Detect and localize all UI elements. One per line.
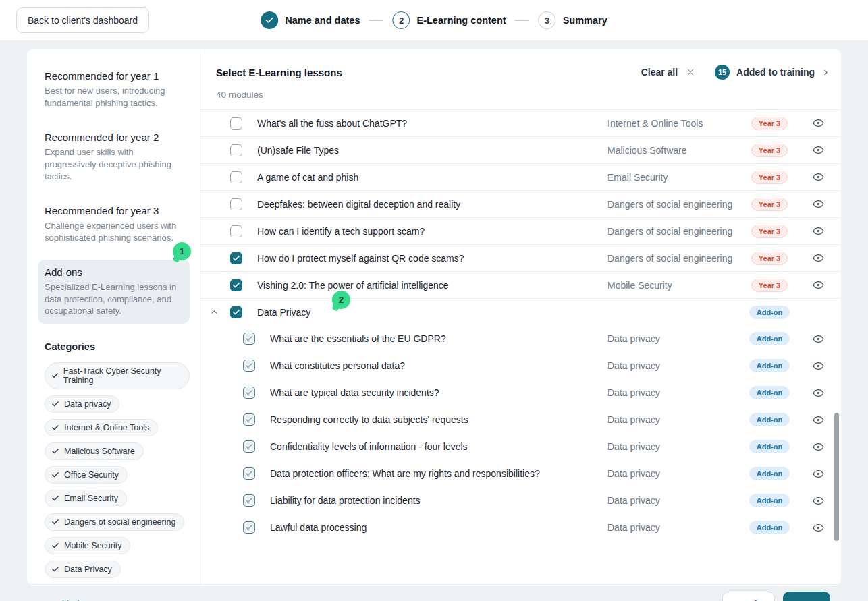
lesson-row[interactable]: Confidentiality levels of information - …: [200, 433, 841, 460]
preview-eye-icon[interactable]: [803, 252, 833, 264]
category-chip[interactable]: Malicious Software: [45, 442, 144, 460]
lesson-checkbox[interactable]: [230, 144, 242, 156]
stepper-step[interactable]: 3 Summary: [539, 11, 607, 29]
category-chip[interactable]: Email Security: [45, 490, 127, 507]
preview-eye-icon[interactable]: [803, 117, 833, 129]
preview-eye-icon[interactable]: [803, 171, 833, 183]
step-label: Summary: [563, 15, 607, 26]
check-icon: [51, 372, 59, 380]
stepper-step[interactable]: 2 E-Learning content: [393, 11, 506, 29]
category-chip-line: Data privacy: [45, 395, 190, 413]
check-icon: [51, 518, 59, 526]
lesson-category: Data privacy: [607, 468, 736, 479]
lesson-row[interactable]: Lawful data processing Data privacy Add-…: [200, 514, 841, 541]
lesson-row[interactable]: What constitutes personal data? Data pri…: [200, 352, 841, 379]
lesson-category: Data privacy: [607, 495, 736, 506]
lesson-row[interactable]: Vishing 2.0: The power of artificial int…: [200, 271, 841, 298]
lesson-checkbox[interactable]: [243, 440, 255, 453]
category-chip[interactable]: Mobile Security: [45, 537, 130, 554]
lesson-checkbox[interactable]: [230, 117, 242, 130]
added-to-training-button[interactable]: 15 Added to training: [715, 65, 830, 80]
back-button[interactable]: Back: [722, 592, 774, 601]
lesson-checkbox[interactable]: [230, 252, 242, 264]
lesson-category: Dangers of social engineering: [607, 226, 736, 237]
lesson-checkbox[interactable]: [230, 225, 242, 237]
close-icon[interactable]: [686, 68, 695, 76]
scrollbar-thumb[interactable]: [834, 413, 839, 541]
lesson-row[interactable]: Deepfakes: between digital deception and…: [200, 190, 841, 217]
preview-eye-icon[interactable]: [803, 414, 833, 426]
lesson-badge-column: Year 3: [736, 117, 803, 130]
lesson-checkbox[interactable]: [243, 387, 255, 399]
category-chip[interactable]: Internet & Online Tools: [45, 419, 158, 436]
lesson-checkbox[interactable]: [243, 333, 255, 345]
recommendation-list: Recommended for year 1 Best for new user…: [38, 63, 190, 324]
lesson-checkbox[interactable]: [243, 494, 255, 507]
lesson-title: How can I identify a tech support scam?: [257, 226, 607, 237]
sidebar-recommendation[interactable]: Add-ons Specialized E-Learning lessons i…: [38, 260, 190, 324]
lesson-row[interactable]: What's all the fuss about ChatGPT? Inter…: [200, 109, 841, 136]
step-number: 2: [399, 16, 404, 26]
preview-eye-icon[interactable]: [803, 144, 833, 156]
lesson-checkbox[interactable]: [230, 198, 242, 210]
preview-eye-icon[interactable]: [803, 333, 833, 345]
step-indicator: 3: [539, 11, 556, 29]
lesson-row[interactable]: Data Privacy Add-on 2: [200, 298, 841, 325]
lesson-checkbox[interactable]: [243, 360, 255, 372]
sidebar-recommendation[interactable]: Recommended for year 2 Expand user skill…: [38, 125, 190, 190]
preview-eye-icon[interactable]: [803, 279, 833, 291]
page-title: Select E-Learning lessons: [216, 67, 342, 78]
lesson-row[interactable]: What are typical data security incidents…: [200, 379, 841, 406]
preview-eye-icon[interactable]: [803, 387, 833, 399]
lesson-badge-column: Add-on: [736, 306, 803, 319]
preview-eye-icon[interactable]: [803, 441, 833, 453]
lesson-row[interactable]: What are the essentials of the EU GDPR? …: [200, 325, 841, 352]
lesson-checkbox[interactable]: [243, 521, 255, 534]
next-button[interactable]: Next: [783, 592, 830, 601]
stepper-step[interactable]: Name and dates: [261, 11, 360, 29]
lesson-category: Mobile Security: [607, 280, 736, 291]
stepper: Name and dates 2 E-Learning content 3 Su…: [261, 11, 607, 29]
lesson-category: Data privacy: [607, 387, 736, 398]
main-content: Select E-Learning lessons Clear all 15 A…: [200, 49, 841, 584]
lesson-row[interactable]: (Un)safe File Types Malicious Software Y…: [200, 136, 841, 163]
lesson-badge: Add-on: [749, 467, 790, 480]
category-chip[interactable]: Data Privacy: [45, 561, 121, 578]
clear-all-button[interactable]: Clear all: [641, 67, 695, 78]
category-chip[interactable]: Data privacy: [45, 395, 119, 413]
sidebar-recommendation[interactable]: Recommended for year 1 Best for new user…: [38, 63, 190, 116]
recommendation-description: Best for new users, introducing fundamen…: [45, 85, 183, 109]
preview-eye-icon[interactable]: [803, 468, 833, 480]
preview-eye-icon[interactable]: [803, 225, 833, 237]
lesson-checkbox[interactable]: [230, 279, 242, 291]
collapse-chevron-icon[interactable]: [210, 308, 230, 316]
preview-eye-icon[interactable]: [803, 360, 833, 372]
lesson-category: Email Security: [607, 172, 736, 183]
lesson-row[interactable]: Data protection officers: What are my ri…: [200, 460, 841, 487]
lesson-checkbox[interactable]: [230, 306, 242, 318]
category-chip[interactable]: Office Security: [45, 466, 128, 484]
lesson-checkbox[interactable]: [230, 171, 242, 183]
preview-eye-icon[interactable]: [803, 522, 833, 534]
lesson-row[interactable]: How can I identify a tech support scam? …: [200, 217, 841, 244]
lesson-category: Data privacy: [607, 360, 736, 371]
lesson-checkbox[interactable]: [243, 413, 255, 426]
category-chip[interactable]: Dangers of social engineering: [45, 513, 184, 531]
sidebar-recommendation[interactable]: Recommended for year 3 Challenge experie…: [38, 198, 190, 251]
lesson-row[interactable]: Liability for data protection incidents …: [200, 487, 841, 514]
category-chip[interactable]: Fast-Track Cyber Security Training: [45, 362, 190, 389]
back-to-dashboard-button[interactable]: Back to client's dashboard: [16, 7, 149, 33]
category-chip-label: Malicious Software: [64, 447, 135, 456]
lesson-title: What are the essentials of the EU GDPR?: [270, 333, 607, 344]
tour-marker-number: 2: [339, 295, 344, 305]
preview-eye-icon[interactable]: [803, 198, 833, 210]
lesson-badge: Add-on: [749, 386, 790, 399]
lesson-row[interactable]: A game of cat and phish Email Security Y…: [200, 163, 841, 190]
lesson-checkbox[interactable]: [243, 467, 255, 480]
preview-eye-icon[interactable]: [803, 495, 833, 507]
lesson-title: Confidentiality levels of information - …: [270, 441, 607, 452]
check-icon: [51, 565, 59, 573]
lesson-badge: Year 3: [751, 117, 788, 130]
lesson-row[interactable]: How do I protect myself against QR code …: [200, 244, 841, 271]
lesson-row[interactable]: Responding correctly to data subjects' r…: [200, 406, 841, 433]
